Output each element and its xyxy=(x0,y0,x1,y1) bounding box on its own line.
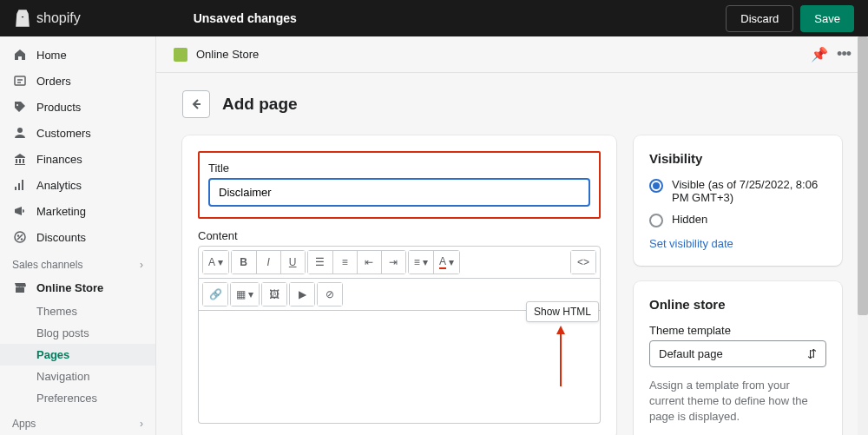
save-button[interactable]: Save xyxy=(800,5,854,32)
tb-font-family[interactable]: A ▾ xyxy=(203,251,228,274)
nav-label: Finances xyxy=(36,153,82,166)
online-store-card: Online store Theme template Default page… xyxy=(634,281,842,435)
sales-channels-header: Sales channels› xyxy=(0,250,155,274)
discard-button[interactable]: Discard xyxy=(726,5,793,32)
nav-discounts[interactable]: Discounts xyxy=(0,224,155,250)
discounts-icon xyxy=(12,229,28,245)
unsaved-changes-label: Unsaved changes xyxy=(194,11,297,25)
select-caret-icon: ⇵ xyxy=(807,347,817,360)
scrollbar[interactable] xyxy=(858,36,868,435)
nav-orders[interactable]: Orders xyxy=(0,68,155,94)
context-label: Online Store xyxy=(196,48,259,61)
tb-underline[interactable]: U xyxy=(280,251,305,274)
tb-list-bullet[interactable]: ☰ xyxy=(308,251,332,274)
main-content: Online Store 📌 ••• Add page Title xyxy=(156,36,868,435)
more-icon[interactable]: ••• xyxy=(837,45,851,63)
radio-visible[interactable]: Visible (as of 7/25/2022, 8:06 PM GMT+3) xyxy=(649,178,826,204)
nav-customers[interactable]: Customers xyxy=(0,120,155,146)
tb-list-number[interactable]: ≡ xyxy=(332,251,357,274)
title-label: Title xyxy=(208,161,590,175)
logo[interactable]: shopify xyxy=(14,9,81,28)
radio-hidden[interactable]: Hidden xyxy=(649,213,826,227)
title-input[interactable] xyxy=(208,178,590,207)
back-button[interactable] xyxy=(182,90,210,118)
nav-label: Marketing xyxy=(36,205,86,218)
section-label: Apps xyxy=(12,418,36,430)
nav-analytics[interactable]: Analytics xyxy=(0,172,155,198)
topbar: shopify Unsaved changes Discard Save xyxy=(0,0,868,36)
nav-home[interactable]: Home xyxy=(0,42,155,68)
radio-icon xyxy=(649,214,663,227)
products-icon xyxy=(12,99,28,115)
template-help-text: Assign a template from your current them… xyxy=(649,378,826,425)
radio-icon xyxy=(649,179,663,193)
pin-icon[interactable]: 📌 xyxy=(811,46,828,63)
home-icon xyxy=(12,47,28,63)
tb-text-color[interactable]: A ▾ xyxy=(433,251,459,274)
nav-label: Online Store xyxy=(36,281,103,294)
context-bar: Online Store 📌 ••• xyxy=(156,36,868,73)
chevron-right-icon[interactable]: › xyxy=(140,259,143,271)
show-html-tooltip: Show HTML xyxy=(526,301,599,322)
nav-label: Customers xyxy=(36,127,91,140)
rich-text-editor: A ▾ B I U ☰ ≡ ⇤ ⇥ xyxy=(198,246,601,424)
arrow-left-icon xyxy=(189,97,203,111)
editor-body[interactable] xyxy=(198,311,601,424)
tb-bold[interactable]: B xyxy=(232,251,256,274)
nav-sub-themes[interactable]: Themes xyxy=(0,300,155,322)
page-title: Add page xyxy=(222,95,298,114)
select-value: Default page xyxy=(659,347,723,360)
nav-label: Analytics xyxy=(36,179,82,192)
finances-icon xyxy=(12,151,28,167)
svg-rect-0 xyxy=(15,76,25,85)
logo-text: shopify xyxy=(36,10,81,26)
svg-point-1 xyxy=(17,128,23,133)
nav-label: Discounts xyxy=(36,231,86,244)
title-highlight-box: Title xyxy=(198,151,601,219)
template-select[interactable]: Default page ⇵ xyxy=(649,340,826,367)
online-store-app-icon xyxy=(174,48,187,62)
chevron-right-icon[interactable]: › xyxy=(140,418,143,430)
tb-italic[interactable]: I xyxy=(256,251,280,274)
nav-sub-blog-posts[interactable]: Blog posts xyxy=(0,322,155,344)
editor-toolbar: A ▾ B I U ☰ ≡ ⇤ ⇥ xyxy=(198,246,601,279)
marketing-icon xyxy=(12,203,28,219)
orders-icon xyxy=(12,73,28,89)
apps-header: Apps› xyxy=(0,409,155,433)
tb-clear-format[interactable]: ⊘ xyxy=(318,283,342,306)
nav-label: Home xyxy=(36,49,67,62)
radio-label: Hidden xyxy=(672,213,707,226)
visibility-heading: Visibility xyxy=(649,151,826,166)
tb-outdent[interactable]: ⇤ xyxy=(357,251,381,274)
tb-table[interactable]: ▦ ▾ xyxy=(231,283,259,306)
tb-align[interactable]: ≡ ▾ xyxy=(409,251,433,274)
tb-video[interactable]: ▶ xyxy=(290,283,314,306)
nav-label: Products xyxy=(36,101,81,114)
page-header: Add page xyxy=(182,90,842,118)
content-label: Content xyxy=(198,229,601,242)
nav-products[interactable]: Products xyxy=(0,94,155,120)
section-label: Sales channels xyxy=(12,259,82,271)
title-content-card: Title Content A ▾ B I U xyxy=(182,135,616,435)
online-store-heading: Online store xyxy=(649,297,826,312)
nav-sub-pages[interactable]: Pages xyxy=(0,344,155,366)
analytics-icon xyxy=(12,177,28,193)
sidebar: Home Orders Products Customers Finances … xyxy=(0,36,156,435)
visibility-card: Visibility Visible (as of 7/25/2022, 8:0… xyxy=(634,135,842,266)
tb-link[interactable]: 🔗 xyxy=(203,283,227,306)
nav-label: Orders xyxy=(36,75,71,88)
tb-indent[interactable]: ⇥ xyxy=(381,251,405,274)
radio-label: Visible (as of 7/25/2022, 8:06 PM GMT+3) xyxy=(672,178,826,204)
nav-finances[interactable]: Finances xyxy=(0,146,155,172)
template-label: Theme template xyxy=(649,324,826,337)
nav-sub-navigation[interactable]: Navigation xyxy=(0,366,155,387)
nav-online-store[interactable]: Online Store xyxy=(0,274,155,300)
nav-sub-preferences[interactable]: Preferences xyxy=(0,387,155,409)
set-visibility-date-link[interactable]: Set visibility date xyxy=(649,237,733,250)
tb-show-html[interactable]: <> xyxy=(571,251,595,274)
tb-image[interactable]: 🖼 xyxy=(262,283,286,306)
shopify-bag-icon xyxy=(14,9,31,28)
nav-marketing[interactable]: Marketing xyxy=(0,198,155,224)
customers-icon xyxy=(12,125,28,141)
store-icon xyxy=(12,280,28,295)
